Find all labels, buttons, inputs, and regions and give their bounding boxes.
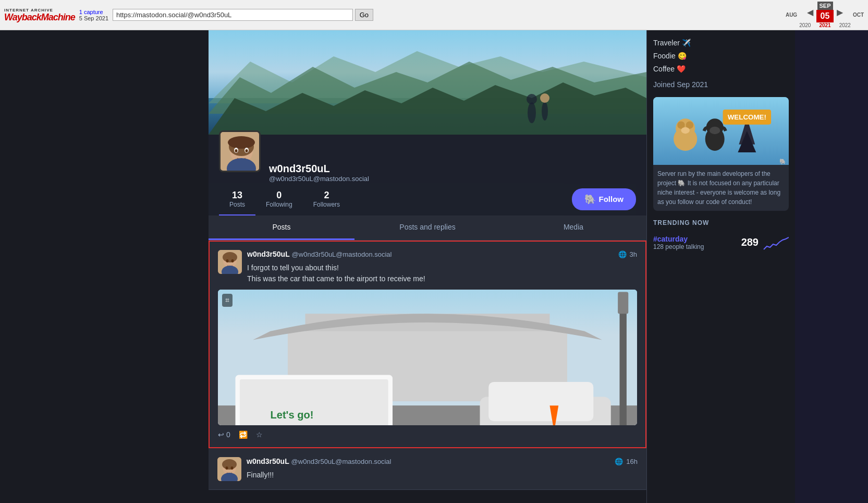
post-avatar-1 xyxy=(218,250,242,274)
tab-posts[interactable]: Posts xyxy=(209,215,354,240)
center-panel: w0nd3r50uL @w0nd3r50uL@mastodon.social 1… xyxy=(209,30,646,503)
svg-rect-44 xyxy=(620,296,627,425)
svg-rect-37 xyxy=(488,382,593,421)
followers-label: Followers xyxy=(313,201,340,208)
post-handle-2: @w0nd3r50uL@mastodon.social xyxy=(291,458,392,465)
bio-line2: Foodie 😋 xyxy=(653,50,789,63)
svg-point-49 xyxy=(226,466,228,470)
svg-text:WELCOME!: WELCOME! xyxy=(728,113,766,121)
profile-stats-bar: 13 Posts 0 Following 2 Followers xyxy=(209,183,564,215)
star-icon-1: ☆ xyxy=(256,430,263,439)
follow-button-area: 🐘 Follow xyxy=(564,184,637,214)
profile-info-bar: w0nd3r50uL @w0nd3r50uL@mastodon.social xyxy=(209,135,646,183)
followers-count: 2 xyxy=(324,190,329,201)
post-avatar-2 xyxy=(217,457,241,481)
posts-feed: w0nd3r50uL @w0nd3r50uL@mastodon.social 🌐… xyxy=(209,241,646,490)
url-bar: Go xyxy=(113,9,373,21)
svg-point-8 xyxy=(540,93,549,103)
svg-point-16 xyxy=(246,149,248,152)
svg-text:🐘: 🐘 xyxy=(779,158,786,164)
wayback-logo: INTERNET ARCHIVE WaybackMachine xyxy=(4,8,75,22)
main-content: w0nd3r50uL @w0nd3r50uL@mastodon.social 1… xyxy=(0,30,868,503)
profile-handle: @w0nd3r50uL@mastodon.social xyxy=(269,175,636,183)
svg-point-60 xyxy=(710,126,720,134)
image-icon-overlay: ⌗ xyxy=(222,294,233,307)
trending-section: TRENDING NOW #caturday 128 people talkin… xyxy=(653,219,789,254)
post-handle-1: @w0nd3r50uL@mastodon.social xyxy=(292,250,392,258)
welcome-card-image: WELCOME! 🐘 xyxy=(653,97,789,165)
svg-point-57 xyxy=(681,127,689,133)
go-button[interactable]: Go xyxy=(355,9,373,21)
trending-sub-1: 128 people talking xyxy=(653,243,704,250)
welcome-card-text: Server run by the main developers of the… xyxy=(653,165,789,211)
follow-button-label: Follow xyxy=(599,195,624,203)
timeline-next-year: OCT xyxy=(853,12,864,18)
svg-point-48 xyxy=(222,459,237,470)
profile-header: w0nd3r50uL @w0nd3r50uL@mastodon.social 1… xyxy=(209,30,646,215)
reply-icon-1: ↩ xyxy=(218,430,224,439)
tab-media[interactable]: Media xyxy=(500,215,646,240)
post-line1-1: I forgot to tell you about this! xyxy=(247,262,637,273)
timeline-active-day: 05 xyxy=(816,10,834,22)
bio-line3: Coffee ❤️ xyxy=(653,63,789,76)
post-image-1[interactable]: Let's go! CAMPER xyxy=(218,290,637,425)
post-time-2: 16h xyxy=(626,458,638,465)
stat-following[interactable]: 0 Following xyxy=(255,187,303,215)
trending-chart-1 xyxy=(763,235,789,250)
trending-title: TRENDING NOW xyxy=(653,219,789,226)
join-date: Joined Sep 2021 xyxy=(653,80,789,89)
capture-info: 1 capture 5 Sep 2021 xyxy=(79,9,108,21)
url-input[interactable] xyxy=(113,9,353,21)
boost-icon-1: 🔁 xyxy=(239,430,248,439)
timeline-area: AUG ◀ SEP 05 ▶ 2020 2021 2022 OCT xyxy=(786,2,864,28)
bio-line1: Traveler ✈️ xyxy=(653,37,789,50)
post-meta-2: w0nd3r50uL @w0nd3r50uL@mastodon.social 🌐… xyxy=(247,457,638,481)
trending-tag-1: #caturday xyxy=(653,235,704,243)
wayback-machine-logo: WaybackMachine xyxy=(4,13,75,22)
svg-rect-29 xyxy=(240,379,388,425)
post-image-content-1: Let's go! CAMPER xyxy=(218,290,637,425)
follow-button[interactable]: 🐘 Follow xyxy=(572,188,637,210)
post-card-2: w0nd3r50uL @w0nd3r50uL@mastodon.social 🌐… xyxy=(209,448,646,490)
profile-bio: Traveler ✈️ Foodie 😋 Coffee ❤️ xyxy=(653,37,789,76)
timeline-left-year: 2020 xyxy=(799,22,811,28)
capture-date: 5 Sep 2021 xyxy=(79,15,108,21)
post-content-1: I forgot to tell you about this! This wa… xyxy=(247,262,637,284)
profile-banner xyxy=(209,30,646,135)
post-line1-2: Finally!!! xyxy=(247,470,638,481)
profile-name-section: w0nd3r50uL @w0nd3r50uL@mastodon.social xyxy=(269,163,636,183)
post-meta-1: w0nd3r50uL @w0nd3r50uL@mastodon.social 🌐… xyxy=(247,250,637,284)
avatar-image xyxy=(221,132,259,171)
svg-text:CAMPER: CAMPER xyxy=(266,424,303,425)
favorite-action-1[interactable]: ☆ xyxy=(256,430,263,439)
timeline-next-btn[interactable]: ▶ xyxy=(835,6,845,18)
timeline-prev-btn[interactable]: ◀ xyxy=(805,6,815,18)
svg-point-20 xyxy=(223,252,237,262)
capture-link[interactable]: 1 capture xyxy=(79,9,103,15)
post-content-2: Finally!!! xyxy=(247,470,638,481)
post-username-2: w0nd3r50uL xyxy=(247,457,289,465)
boost-action-1[interactable]: 🔁 xyxy=(239,430,248,439)
wayback-bar: INTERNET ARCHIVE WaybackMachine 1 captur… xyxy=(0,0,868,30)
svg-point-7 xyxy=(542,102,548,121)
svg-rect-45 xyxy=(618,292,628,314)
timeline-prev-year: AUG xyxy=(786,12,797,18)
reply-action-1[interactable]: ↩ 0 xyxy=(218,430,230,439)
post-card-1: w0nd3r50uL @w0nd3r50uL@mastodon.social 🌐… xyxy=(209,241,646,448)
timeline-center-year: 2021 xyxy=(819,22,830,28)
mastodon-icon: 🐘 xyxy=(584,194,596,205)
svg-point-15 xyxy=(235,149,238,152)
stat-followers[interactable]: 2 Followers xyxy=(303,187,350,215)
post-username-1: w0nd3r50uL xyxy=(247,250,290,258)
profile-stats-follow-row: 13 Posts 0 Following 2 Followers 🐘 xyxy=(209,183,646,215)
profile-avatar xyxy=(219,130,261,172)
stat-posts[interactable]: 13 Posts xyxy=(219,187,255,215)
post-time-1: 3h xyxy=(630,250,637,258)
tab-posts-and-replies[interactable]: Posts and replies xyxy=(354,215,500,240)
welcome-card: WELCOME! 🐘 Server run by the main develo… xyxy=(653,97,789,211)
post-line2-1: This was the car that came to the airpor… xyxy=(247,273,637,284)
posts-count: 13 xyxy=(232,190,242,201)
svg-text:Let's go!: Let's go! xyxy=(271,409,314,421)
trending-item-1[interactable]: #caturday 128 people talking 289 xyxy=(653,232,789,254)
svg-point-12 xyxy=(228,136,255,149)
